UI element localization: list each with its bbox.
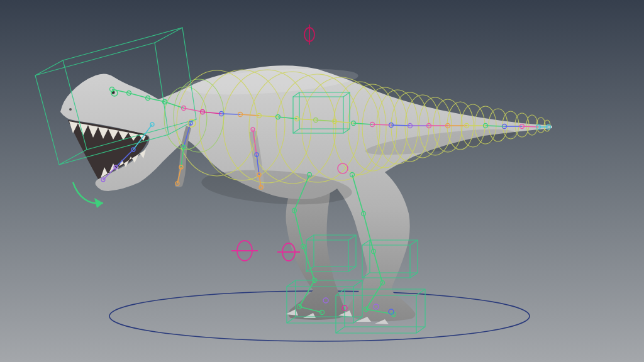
viewport-canvas[interactable] [0, 0, 644, 362]
trex-nostril [69, 108, 72, 111]
